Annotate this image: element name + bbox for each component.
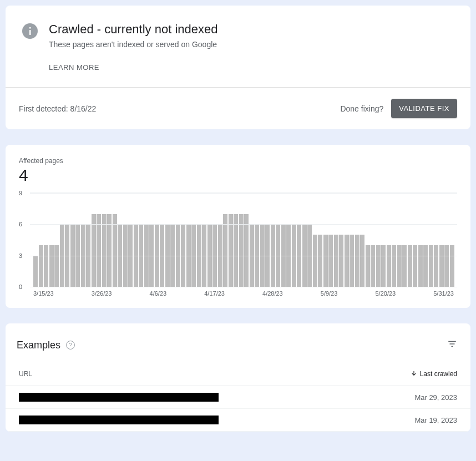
chart-bar [392,245,396,287]
chart-y-tick: 9 [19,190,22,196]
table-body: Mar 29, 2023Mar 19, 2023 [6,386,470,432]
first-detected-label: First detected: 8/16/22 [19,104,96,113]
chart-bar [387,245,391,287]
chart-x-tick: 4/6/23 [150,290,167,297]
svg-rect-0 [29,27,31,29]
chart-bar [397,245,402,287]
chart-bar [44,245,48,287]
affected-chart-card: Affected pages 4 0369 3/15/233/26/234/6/… [6,145,470,308]
status-subtitle: These pages aren't indexed or served on … [49,40,217,49]
last-crawled-cell: Mar 29, 2023 [414,393,457,402]
chart-bar [360,235,364,287]
filter-icon[interactable] [447,339,457,351]
done-fixing-label: Done fixing? [340,104,383,113]
chart-x-tick: 3/15/23 [33,290,54,297]
examples-table: URL Last crawled Mar 29, 2023Mar 19, 202… [6,362,470,432]
examples-title-wrap: Examples ? [17,340,75,351]
table-row[interactable]: Mar 19, 2023 [6,409,470,432]
chart-bar [381,245,386,287]
chart-bar [366,245,370,287]
chart-bar [334,235,338,287]
chart-bar [355,235,359,287]
chart-bar [444,245,449,287]
chart-bar [450,245,454,287]
chart-gridline [30,256,457,256]
table-header: URL Last crawled [6,362,470,386]
chart-bar [402,245,407,287]
chart-x-tick: 3/26/23 [92,290,112,297]
chart-bars [33,193,454,287]
chart: 0369 3/15/233/26/234/6/234/17/234/28/235… [6,192,470,308]
chart-gridline [30,287,457,287]
info-icon [22,23,38,39]
status-top: Crawled - currently not indexed These pa… [6,6,470,87]
chart-bar [33,256,38,287]
chart-bar [49,245,54,287]
chart-bar [345,235,349,287]
chart-y-tick: 0 [19,283,22,290]
url-cell [19,393,219,402]
chart-bar [429,245,433,287]
chart-bar [318,235,322,287]
help-icon[interactable]: ? [66,341,75,349]
chart-bar [413,245,417,287]
chart-x-tick: 5/31/23 [433,290,454,297]
chart-bar [376,245,381,287]
chart-bar [39,245,43,287]
chart-bar [323,235,328,287]
chart-plot: 0369 [30,192,457,287]
examples-title: Examples [17,340,60,351]
chart-bar [313,235,317,287]
chart-bar [339,235,343,287]
affected-value: 4 [6,165,470,192]
chart-x-tick: 5/9/23 [321,290,338,297]
chart-x-tick: 4/28/23 [262,290,283,297]
chart-bar [350,235,354,287]
col-url: URL [19,370,32,378]
chart-x-axis: 3/15/233/26/234/6/234/17/234/28/235/9/23… [30,287,457,297]
status-footer: First detected: 8/16/22 Done fixing? VAL… [6,87,470,129]
status-text-block: Crawled - currently not indexed These pa… [49,22,217,72]
learn-more-link[interactable]: LEARN MORE [49,63,217,72]
chart-bar [418,245,423,287]
chart-y-tick: 3 [19,252,22,259]
chart-gridline [30,193,457,194]
status-title: Crawled - currently not indexed [49,22,217,37]
chart-x-tick: 4/17/23 [204,290,225,297]
chart-bar [423,245,428,287]
chart-bar [439,245,444,287]
chart-y-tick: 6 [19,221,22,227]
chart-bar [328,235,333,287]
chart-x-tick: 5/20/23 [375,290,396,297]
url-cell [19,416,219,424]
last-crawled-cell: Mar 19, 2023 [414,416,457,424]
chart-gridline [30,224,457,225]
chart-bar [434,245,438,287]
chart-bar [371,245,375,287]
chart-bar [408,245,412,287]
svg-rect-1 [29,30,31,35]
col-last-crawled-label: Last crawled [420,370,457,378]
arrow-down-icon [410,370,418,378]
col-last-crawled[interactable]: Last crawled [410,370,457,378]
validate-fix-button[interactable]: VALIDATE FIX [391,99,457,118]
examples-header: Examples ? [6,323,470,362]
examples-card: Examples ? URL Last crawled Mar 29, 2023… [6,323,470,432]
table-row[interactable]: Mar 29, 2023 [6,386,470,409]
status-card: Crawled - currently not indexed These pa… [6,6,470,129]
footer-right: Done fixing? VALIDATE FIX [340,99,457,118]
chart-bar [54,245,59,287]
affected-label: Affected pages [6,145,470,165]
